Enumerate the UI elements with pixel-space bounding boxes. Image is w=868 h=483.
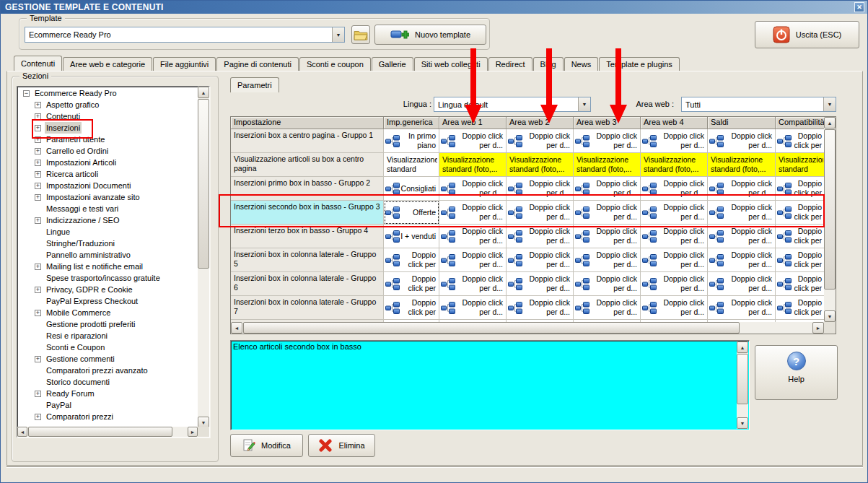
column-header-impostazione[interactable]: Impostazione (231, 117, 384, 129)
cell-area-web-3[interactable]: Doppio click per d... (574, 201, 641, 225)
cell-imp-generica[interactable]: Doppio click per d... (384, 272, 439, 296)
tree-item-gestione-commenti[interactable]: +Gestione commenti (17, 353, 198, 365)
column-header-area-web-4[interactable]: Area web 4 (641, 117, 708, 129)
table-row[interactable]: Inserzioni box a centro pagina - Gruppo … (231, 129, 824, 153)
tree-item-carrello-ed-ordini[interactable]: +Carrello ed Ordini (17, 145, 198, 157)
tree-item-impostazioni-avanzate-sito[interactable]: +Impostazioni avanzate sito (17, 191, 198, 203)
scroll-right-icon[interactable]: ► (188, 427, 198, 437)
expand-box-icon[interactable]: + (35, 264, 41, 270)
chevron-down-icon[interactable]: ▼ (332, 27, 344, 42)
cell-area-web-2[interactable]: Doppio click per d... (507, 248, 574, 272)
cell-saldi[interactable]: Doppio click per d... (708, 225, 776, 248)
cell-area-web-2[interactable]: Doppio click per d... (507, 225, 574, 248)
table-hscroll-thumb[interactable] (243, 322, 740, 334)
cell-impostazione[interactable]: Visualizzazione articoli su box a centro… (231, 153, 384, 177)
tree-horizontal-scrollbar[interactable]: ◄ ► (17, 427, 198, 437)
cell-saldi[interactable]: Doppio click per d... (708, 296, 776, 320)
table-row[interactable]: Visualizzazione articoli su box a centro… (231, 153, 824, 177)
table-horizontal-scrollbar[interactable]: ◄ ► (231, 322, 824, 334)
table-row[interactable]: Inserzioni box in colonna laterale - Gru… (231, 296, 824, 320)
cell-compatibilit[interactable]: Doppio click per d... (776, 129, 824, 153)
tree-item-spese-trasporto-incasso-gratuite[interactable]: Spese trasporto/incasso gratuite (17, 272, 198, 284)
tab-parametri[interactable]: Parametri (230, 77, 279, 92)
cell-area-web-2[interactable]: Visualizzazione standard (foto,... (507, 153, 574, 177)
cell-area-web-1[interactable]: Doppio click per d... (439, 225, 507, 248)
cell-imp-generica[interactable]: Doppio click per d... (384, 248, 439, 272)
table-vertical-scrollbar[interactable]: ▲ ▼ (824, 117, 836, 322)
expand-box-icon[interactable]: + (35, 310, 41, 316)
cell-saldi[interactable]: Doppio click per d... (708, 129, 776, 153)
close-icon[interactable]: ✕ (854, 2, 864, 12)
tab-template-e-plugins[interactable]: Template e plugins (599, 57, 680, 71)
table-row[interactable]: Inserzioni terzo box in basso - Gruppo 4… (231, 225, 824, 248)
help-button[interactable]: ? Help (755, 345, 838, 400)
scroll-left-icon[interactable]: ◄ (231, 322, 242, 334)
tree-item-aspetto-grafico[interactable]: +Aspetto grafico (17, 99, 198, 110)
cell-compatibilit[interactable]: Doppio click per d... (776, 272, 824, 296)
cell-saldi[interactable]: Doppio click per d... (708, 248, 776, 272)
scroll-down-icon[interactable]: ▼ (737, 417, 748, 429)
tree-item-impostazioni-documenti[interactable]: +Impostazioni Documenti (17, 180, 198, 191)
tab-file-aggiuntivi[interactable]: File aggiuntivi (153, 57, 216, 71)
tree-item-paypal-express-checkout[interactable]: PayPal Express Checkout (17, 295, 198, 307)
cell-area-web-4[interactable]: Doppio click per d... (641, 177, 708, 201)
cell-compatibilit[interactable]: Doppio click per d... (776, 248, 824, 272)
template-select[interactable]: Ecommerce Ready Pro ▼ (25, 27, 345, 43)
tree-item-pannello-amministrativo[interactable]: Pannello amministrativo (17, 249, 198, 261)
column-header-imp-generica[interactable]: Imp.generica (384, 117, 439, 129)
description-textarea[interactable]: Elenco articoli secondo box in basso ▲ ▼ (230, 340, 750, 430)
tree-item-privacy-gdpr-e-cookie[interactable]: +Privacy, GDPR e Cookie (17, 284, 198, 295)
tree-item-storico-documenti[interactable]: Storico documenti (17, 376, 198, 388)
tab-gallerie[interactable]: Gallerie (372, 57, 413, 71)
expand-box-icon[interactable]: + (35, 113, 41, 120)
cell-compatibilit[interactable]: Doppio click per d... (776, 296, 824, 320)
modifica-button[interactable]: Modifica (230, 434, 303, 457)
scroll-up-icon[interactable]: ▲ (737, 341, 748, 353)
cell-impostazione[interactable]: Inserzioni box a centro pagina - Gruppo … (231, 129, 384, 153)
tree-item-resi-e-riparazioni[interactable]: Resi e riparazioni (17, 330, 198, 341)
cell-area-web-1[interactable]: Doppio click per d... (439, 272, 507, 296)
cell-area-web-4[interactable]: Doppio click per d... (641, 225, 708, 248)
column-header-area-web-2[interactable]: Area web 2 (507, 117, 574, 129)
tree-item-ricerca-articoli[interactable]: +Ricerca articoli (17, 168, 198, 180)
cell-imp-generica[interactable]: Visualizzazione standard (foto,... (384, 153, 439, 177)
tab-blog[interactable]: Blog (533, 57, 564, 71)
column-header-compatibilit[interactable]: Compatibilità (776, 117, 824, 129)
cell-area-web-3[interactable]: Doppio click per d... (574, 177, 641, 201)
description-vscroll-thumb[interactable] (737, 354, 748, 404)
cell-area-web-1[interactable]: Doppio click per d... (439, 201, 507, 225)
expand-box-icon[interactable]: + (35, 160, 41, 166)
tab-pagine-di-contenuti[interactable]: Pagine di contenuti (216, 57, 299, 71)
tree-item-comparatori-prezzi[interactable]: +Comparatori prezzi (17, 411, 198, 422)
cell-area-web-2[interactable]: Doppio click per d... (507, 296, 574, 320)
collapse-box-icon[interactable]: − (23, 90, 30, 97)
cell-area-web-4[interactable]: Doppio click per d... (641, 296, 708, 320)
cell-area-web-1[interactable]: Doppio click per d... (439, 177, 507, 201)
cell-area-web-4[interactable]: Visualizzazione standard (foto,... (641, 153, 708, 177)
cell-area-web-2[interactable]: Doppio click per d... (507, 129, 574, 153)
tree-item-paypal[interactable]: PayPal (17, 399, 198, 411)
cell-impostazione[interactable]: Inserzioni box in colonna laterale - Gru… (231, 248, 384, 272)
tree-item-parametri-utente[interactable]: +Parametri utente (17, 134, 198, 145)
tree-item-mailing-list-e-notifiche-email[interactable]: +Mailing list e notifiche email (17, 261, 198, 272)
cell-compatibilit[interactable]: Visualizzazione standard (foto,... (776, 153, 824, 177)
tree-vertical-scrollbar[interactable]: ▲ ▼ (198, 87, 209, 428)
tree-item-ready-forum[interactable]: +Ready Forum (17, 388, 198, 399)
sections-tree[interactable]: −Ecommerce Ready Pro+Aspetto grafico+Con… (17, 86, 210, 438)
cell-area-web-3[interactable]: Doppio click per d... (574, 272, 641, 296)
chevron-down-icon[interactable]: ▼ (578, 97, 590, 111)
tree-item-inserzioni[interactable]: +Inserzioni (17, 122, 198, 134)
cell-area-web-4[interactable]: Doppio click per d... (641, 248, 708, 272)
column-header-saldi[interactable]: Saldi (708, 117, 776, 129)
column-header-area-web-1[interactable]: Area web 1 (439, 117, 507, 129)
cell-impostazione[interactable]: Inserzioni box in colonna laterale - Gru… (231, 272, 384, 296)
cell-imp-generica[interactable]: Doppio click per d... (384, 296, 439, 320)
table-row[interactable]: Inserzioni primo box in basso - Gruppo 2… (231, 177, 824, 201)
uscita-button[interactable]: Uscita (ESC) (755, 21, 859, 48)
cell-saldi[interactable]: Doppio click per d... (708, 177, 776, 201)
elimina-button[interactable]: Elimina (308, 434, 375, 457)
cell-imp-generica[interactable]: In primo piano (384, 129, 439, 153)
cell-saldi[interactable]: Doppio click per d... (708, 201, 776, 225)
cell-imp-generica[interactable]: I + venduti (384, 225, 439, 248)
tree-item-messaggi-e-testi-vari[interactable]: Messaggi e testi vari (17, 203, 198, 214)
